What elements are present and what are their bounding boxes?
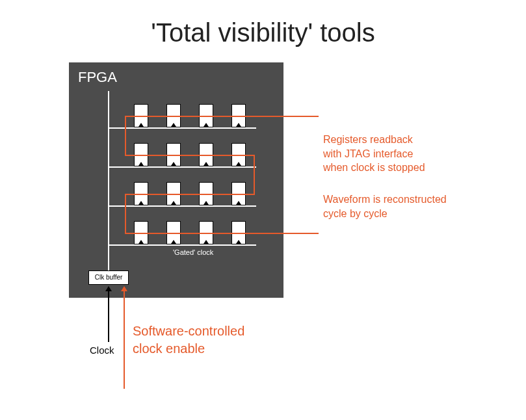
clock-input-line xyxy=(108,290,109,342)
fpga-label: FPGA xyxy=(78,69,117,86)
clock-row-2 xyxy=(108,166,256,168)
jtag-path xyxy=(125,155,255,156)
jtag-path xyxy=(125,116,126,155)
annotation-line: clock enable xyxy=(133,341,205,356)
arrowhead-icon xyxy=(121,286,127,291)
annotation-readback: Registers readback with JTAG interface w… xyxy=(323,133,425,175)
fpga-box: FPGA 'Gated' clock Clk buffer xyxy=(69,62,283,298)
clock-row-4 xyxy=(108,244,256,246)
annotation-line: cycle by cycle xyxy=(323,208,388,219)
annotation-line: with JTAG interface xyxy=(323,148,413,159)
sw-enable-line xyxy=(124,290,125,389)
jtag-path xyxy=(125,194,126,233)
clock-row-3 xyxy=(108,205,256,207)
clk-buffer-block: Clk buffer xyxy=(88,270,129,285)
jtag-path xyxy=(125,233,319,234)
annotation-waveform: Waveform is reconstructed cycle by cycle xyxy=(323,192,447,220)
annotation-line: Waveform is reconstructed xyxy=(323,194,447,205)
clock-input-label: Clock xyxy=(90,345,114,356)
arrowhead-icon xyxy=(105,286,112,291)
clock-trunk xyxy=(108,91,109,270)
annotation-line: Software-controlled xyxy=(133,324,244,338)
clock-row-1 xyxy=(108,127,256,129)
gated-clock-label: 'Gated' clock xyxy=(173,248,213,256)
annotation-line: Registers readback xyxy=(323,134,413,145)
jtag-path xyxy=(125,194,255,195)
jtag-path xyxy=(254,155,255,194)
sw-enable-label: Software-controlled clock enable xyxy=(133,322,244,358)
annotation-line: when clock is stopped xyxy=(323,162,425,173)
diagram-title: 'Total visibility' tools xyxy=(0,18,526,47)
jtag-path xyxy=(125,116,319,117)
